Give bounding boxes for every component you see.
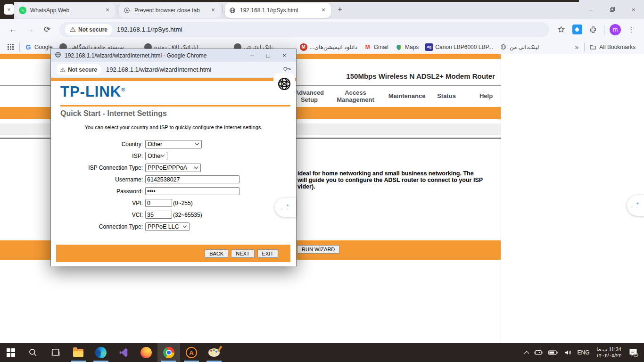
visual-studio-icon <box>118 347 129 358</box>
toolbar-separator <box>604 25 604 34</box>
password-key-icon[interactable] <box>283 66 291 74</box>
chrome-menu-icon[interactable]: ⋮ <box>625 23 638 36</box>
popup-address-bar[interactable]: Not secure 192.168.1.1/wizard/wizardInte… <box>51 62 296 78</box>
taskbar-firefox[interactable] <box>135 343 157 362</box>
country-select[interactable]: Other <box>145 140 202 148</box>
nav-maintenance[interactable]: Maintenance <box>384 89 429 103</box>
download-helper-badge[interactable]: + · · <box>627 195 644 216</box>
window-controls: – × <box>580 0 644 19</box>
taskbar-paint[interactable] <box>203 343 225 362</box>
next-button[interactable]: NEXT <box>231 249 254 258</box>
bookmark-download-animations[interactable]: M دانلود انیمیشن‌های... <box>297 41 360 53</box>
new-tab-button[interactable]: + <box>334 3 346 16</box>
bookmarks-overflow-icon[interactable]: » <box>571 43 583 51</box>
tab-close-icon[interactable]: × <box>320 7 327 14</box>
window-close-button[interactable]: × <box>623 0 644 19</box>
bookmark-linkdani[interactable]: لینک‌دانی من <box>497 41 542 53</box>
tab-close-icon[interactable]: × <box>104 7 111 14</box>
all-bookmarks-button[interactable]: All Bookmarks <box>586 41 638 53</box>
password-field[interactable] <box>145 187 239 195</box>
edge-icon <box>95 347 107 358</box>
screen: ˅ WhatsApp Web × Prevent browser close t… <box>0 0 644 362</box>
download-helper-badge[interactable]: + · · <box>275 198 296 217</box>
globe-icon <box>55 51 61 60</box>
popup-window-title: 192.168.1.1/wizard/wizardInternet.html -… <box>65 52 244 59</box>
tab-router-active[interactable]: 192.168.1.1/rpSys.html × <box>225 3 331 18</box>
tplink-wordmark: TP-LINK® <box>60 83 125 100</box>
taskbar-dark-app[interactable]: A <box>180 343 203 362</box>
vpi-field[interactable] <box>145 199 172 207</box>
exit-button[interactable]: EXIT <box>257 249 278 258</box>
globe-icon <box>229 7 236 14</box>
tray-expand-button[interactable] <box>522 343 531 362</box>
back-button[interactable]: ← <box>7 23 20 36</box>
apps-grid-icon <box>8 44 14 50</box>
address-bar[interactable]: Not secure 192.168.1.1/rpSys.html <box>59 22 549 37</box>
taskbar-visual-studio[interactable] <box>112 343 135 362</box>
popup-title-bar[interactable]: 192.168.1.1/wizard/wizardInternet.html -… <box>51 49 296 62</box>
folder-icon <box>589 43 597 51</box>
taskbar-edge[interactable] <box>90 343 112 362</box>
warning-icon <box>70 26 76 33</box>
tab-title: 192.168.1.1/rpSys.html <box>240 7 316 14</box>
connection-type-select[interactable]: PPPoE LLC <box>145 222 190 231</box>
tab-prevent-close[interactable]: Prevent browser close tab × <box>119 3 221 18</box>
form-row-isp-connection-type: ISP Connection Type: PPPoE/PPPoA <box>51 162 296 173</box>
apps-shortcut[interactable] <box>5 41 17 53</box>
security-chip[interactable]: Not secure <box>65 24 112 35</box>
bookmark-canon[interactable]: dg Canon LBP6000 LBP... <box>422 41 496 53</box>
language-indicator[interactable]: ENG <box>575 343 593 362</box>
vci-field[interactable] <box>145 211 172 219</box>
all-bookmarks-label: All Bookmarks <box>599 44 636 50</box>
tab-search-button[interactable]: ˅ <box>4 4 14 15</box>
taskbar-clock[interactable]: 11:34 ب.ظ ۱۴۰۴/۰۵/۲۲ <box>593 346 625 359</box>
bookmarks-separator <box>584 43 585 51</box>
arrow-down-circle-icon <box>123 7 131 14</box>
nav-status[interactable]: Status <box>433 89 460 103</box>
back-button[interactable]: BACK <box>205 249 228 258</box>
task-view-button[interactable] <box>44 343 67 362</box>
tab-title: WhatsApp Web <box>30 7 100 14</box>
popup-minimize-button[interactable]: – <box>244 49 260 62</box>
taskbar-file-explorer[interactable] <box>67 343 90 362</box>
tab-strip: ˅ WhatsApp Web × Prevent browser close t… <box>0 0 644 19</box>
popup-close-button[interactable]: × <box>276 49 292 62</box>
action-center-icon[interactable] <box>625 343 641 362</box>
chevron-down-icon <box>195 141 199 145</box>
bookmark-star-icon[interactable] <box>554 23 568 36</box>
extensions-puzzle-icon[interactable] <box>586 23 600 36</box>
description-line: vider). <box>297 183 483 190</box>
isp-select[interactable]: Other <box>145 152 167 160</box>
popup-maximize-button[interactable]: □ <box>260 49 276 62</box>
warning-icon <box>60 67 66 73</box>
taskbar-search-button[interactable] <box>22 343 44 362</box>
drop-extension-icon[interactable] <box>570 23 584 36</box>
nav-access-management[interactable]: Access Management <box>333 89 378 103</box>
bookmark-maps[interactable]: Maps <box>392 41 421 53</box>
paint-icon <box>208 348 220 357</box>
bookmark-gmail[interactable]: M Gmail <box>361 41 391 53</box>
nav-help[interactable]: Help <box>475 89 497 103</box>
window-restore-button[interactable] <box>602 0 623 19</box>
tab-close-icon[interactable]: × <box>209 7 217 14</box>
taskbar-chrome-active[interactable] <box>157 343 180 362</box>
tab-whatsapp[interactable]: WhatsApp Web × <box>15 3 115 18</box>
battery-icon[interactable] <box>545 343 561 362</box>
volume-icon[interactable] <box>561 343 575 362</box>
window-minimize-button[interactable]: – <box>580 0 602 19</box>
bookmarks-separator <box>19 43 20 51</box>
vpi-range-hint: (0~255) <box>173 200 193 206</box>
router-description: ideal for home networking and small busi… <box>297 170 483 190</box>
username-field[interactable] <box>145 175 239 183</box>
popup-security-chip[interactable]: Not secure <box>56 64 101 75</box>
reload-button[interactable]: ⟳ <box>41 23 54 36</box>
forward-button[interactable]: → <box>24 23 37 36</box>
isp-connection-type-label: ISP Connection Type: <box>51 165 145 171</box>
start-button[interactable] <box>0 343 22 362</box>
run-wizard-button[interactable]: RUN WIZARD <box>297 245 339 254</box>
isp-connection-type-select[interactable]: PPPoE/PPPoA <box>145 164 201 172</box>
url-text: 192.168.1.1/rpSys.html <box>117 26 182 33</box>
wizard-footer-bar: BACK NEXT EXIT <box>56 245 290 262</box>
tray-display-icon[interactable] <box>531 343 545 362</box>
profile-avatar[interactable]: m <box>609 23 622 36</box>
